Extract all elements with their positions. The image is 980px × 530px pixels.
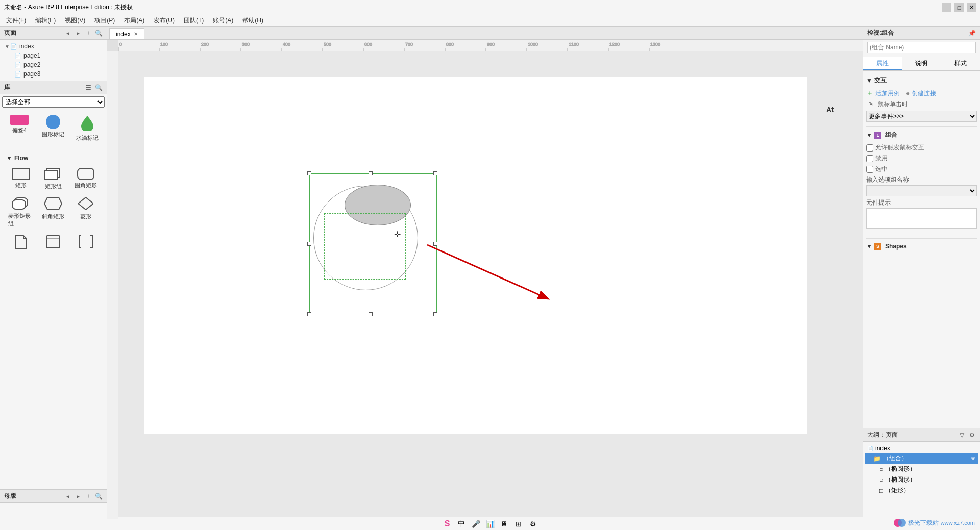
flow-item-diamond[interactable]: 菱形 <box>71 195 101 230</box>
right-panel-pin-icon[interactable]: 📌 <box>968 29 976 37</box>
status-icon-grid[interactable]: ⊞ <box>513 519 524 529</box>
group-label: 组合 <box>885 131 897 139</box>
mother-nav-back-icon[interactable]: ◂ <box>64 492 72 500</box>
menu-account[interactable]: 账号(A) <box>209 15 237 26</box>
add-use-case-link[interactable]: 活加用例 <box>875 89 900 98</box>
tree-label-index: index <box>19 43 34 50</box>
tab-description[interactable]: 说明 <box>902 57 941 70</box>
svg-text:1300: 1300 <box>650 42 660 47</box>
library-label: 库 <box>4 83 10 92</box>
selected-checkbox[interactable] <box>866 166 873 173</box>
shapes-collapse-icon: ▼ <box>866 243 872 250</box>
shapes-badge: S <box>874 243 881 250</box>
disabled-checkbox[interactable] <box>866 155 873 162</box>
outline-item-rect[interactable]: □ （矩形） <box>865 485 978 496</box>
outline-header-label: 大纲：页面 <box>867 431 898 439</box>
menu-publish[interactable]: 发布(U) <box>150 15 179 26</box>
pages-add-icon[interactable]: ＋ <box>84 29 92 37</box>
menu-layout[interactable]: 布局(A) <box>120 15 149 26</box>
outline-item-index[interactable]: 📄 index <box>865 444 978 453</box>
status-icon-table[interactable]: 📊 <box>485 519 495 529</box>
shapes-label: Shapes <box>885 243 907 250</box>
tree-item-page3[interactable]: 📄 page3 <box>10 69 107 79</box>
menu-project[interactable]: 项目(P) <box>90 15 119 26</box>
menu-view[interactable]: 视图(V) <box>61 15 89 26</box>
tab-properties[interactable]: 属性 <box>863 57 902 70</box>
minimize-button[interactable]: ─ <box>942 3 951 12</box>
outline-settings-icon[interactable]: ⚙ <box>968 431 976 439</box>
add-use-case-icon[interactable]: ＋ <box>866 89 873 98</box>
svg-rect-33 <box>107 51 118 519</box>
menu-bar: 文件(F) 编辑(E) 视图(V) 项目(P) 布局(A) 发布(U) 团队(T… <box>0 15 980 27</box>
library-menu-icon[interactable]: ☰ <box>84 84 92 92</box>
flow-item-doc[interactable] <box>6 233 36 255</box>
svg-text:0: 0 <box>119 42 122 47</box>
status-icon-s[interactable]: S <box>442 519 452 529</box>
menu-help[interactable]: 帮助(H) <box>238 15 267 26</box>
pages-nav-forward-icon[interactable]: ▸ <box>74 29 82 37</box>
canvas-container[interactable]: 0 100 200 300 400 500 600 <box>107 40 863 530</box>
interaction-header[interactable]: ▼ 交互 <box>866 74 977 87</box>
widget-item-water-mark[interactable]: 水滴标记 <box>72 113 103 144</box>
menu-team[interactable]: 团队(T) <box>180 15 208 26</box>
outline-item-ellipse1[interactable]: ○ （椭圆形） <box>865 464 978 474</box>
tab-index-close[interactable]: ✕ <box>134 31 138 37</box>
more-events-select[interactable]: 更多事件>>> <box>866 111 977 122</box>
flow-item-chamfer-rect[interactable]: 斜角矩形 <box>39 195 68 230</box>
water-mark-shape <box>80 115 94 133</box>
menu-file[interactable]: 文件(F) <box>2 15 30 26</box>
status-icon-screen[interactable]: 🖥 <box>499 519 509 529</box>
library-header: 库 ☰ 🔍 <box>0 81 107 94</box>
widget-item-circle-mark[interactable]: 圆形标记 <box>38 113 68 144</box>
flow-item-rect[interactable]: 矩形 <box>6 166 36 192</box>
canvas[interactable]: ✛ At <box>118 51 863 519</box>
library-select[interactable]: 选择全部 <box>2 96 105 108</box>
flow-item-rounded-rect[interactable]: 圆角矩形 <box>71 166 101 192</box>
close-button[interactable]: ✕ <box>967 3 976 12</box>
svg-text:900: 900 <box>487 42 495 47</box>
flow-label-rect-group: 矩形组 <box>45 183 62 190</box>
outline-filter-icon[interactable]: ▽ <box>958 431 966 439</box>
create-link-link[interactable]: 创建连接 <box>912 89 936 98</box>
outline-item-ellipse2[interactable]: ○ （椭圆形） <box>865 474 978 485</box>
svg-text:200: 200 <box>201 42 209 47</box>
right-panel-title: 检视:组合 <box>867 29 894 37</box>
tab-index[interactable]: index ✕ <box>109 28 144 39</box>
flow-item-doc2[interactable] <box>39 233 68 255</box>
handle-tc <box>369 171 373 175</box>
group-name-input[interactable] <box>867 42 976 53</box>
handle-br <box>433 312 437 316</box>
window-controls[interactable]: ─ □ ✕ <box>942 3 976 12</box>
widget-item-tag4[interactable]: 偏签4 <box>4 113 35 144</box>
status-icon-mic[interactable]: 🎤 <box>471 519 481 529</box>
sep: ● <box>906 90 910 97</box>
group-header[interactable]: ▼ 1 组合 <box>866 129 977 141</box>
flow-item-diamond-rect[interactable]: 菱形矩形组 <box>6 195 36 230</box>
flow-item-rect-group[interactable]: 矩形组 <box>39 166 68 192</box>
right-tabs: 属性 说明 样式 <box>863 57 980 71</box>
flow-header[interactable]: ▼ Flow <box>6 153 101 164</box>
status-icon-settings[interactable]: ⚙ <box>528 519 538 529</box>
handle-bl <box>307 312 311 316</box>
mother-add-icon[interactable]: ＋ <box>84 492 92 500</box>
shapes-header[interactable]: ▼ S Shapes <box>866 241 977 252</box>
tab-style[interactable]: 样式 <box>941 57 980 70</box>
tree-item-page1[interactable]: 📄 page1 <box>10 51 107 60</box>
tree-item-index[interactable]: ▼ 📄 index <box>0 42 107 51</box>
flow-item-bracket[interactable] <box>71 233 101 255</box>
menu-edit[interactable]: 编辑(E) <box>31 15 60 26</box>
pages-nav-back-icon[interactable]: ◂ <box>64 29 72 37</box>
library-search-icon[interactable]: 🔍 <box>94 84 103 92</box>
mother-search-icon[interactable]: 🔍 <box>94 492 103 500</box>
pages-search-icon[interactable]: 🔍 <box>94 29 103 37</box>
allow-mouse-checkbox[interactable] <box>866 144 873 152</box>
input-group-name-select[interactable] <box>866 185 977 196</box>
element-hint-textarea[interactable] <box>866 208 977 229</box>
mother-nav-forward-icon[interactable]: ▸ <box>74 492 82 500</box>
maximize-button[interactable]: □ <box>954 3 964 12</box>
tab-properties-label: 属性 <box>876 59 889 68</box>
tree-item-page2[interactable]: 📄 page2 <box>10 60 107 69</box>
flow-label-rounded-rect: 圆角矩形 <box>75 182 97 189</box>
status-icon-chinese[interactable]: 中 <box>456 519 467 529</box>
outline-item-group[interactable]: 📁 （组合） 👁 <box>865 453 978 464</box>
